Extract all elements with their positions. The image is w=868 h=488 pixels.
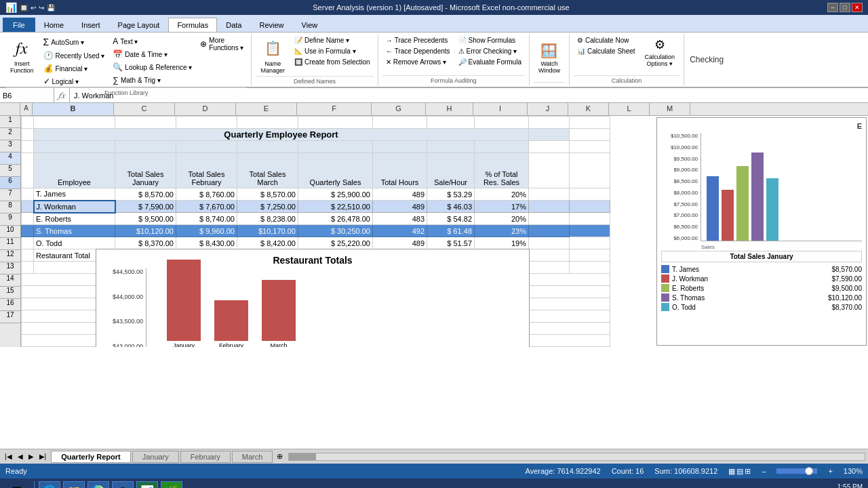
more-functions-btn[interactable]: ⊕MoreFunctions ▾ (197, 35, 247, 53)
tab-prev-btn[interactable]: ◀ (16, 453, 25, 460)
formula-content[interactable]: J. Workman (70, 92, 868, 100)
page-break-btn[interactable]: ⊞ (745, 467, 751, 476)
zoom-thumb[interactable] (805, 467, 813, 475)
cell-b6-selected[interactable]: J. Workman (34, 201, 115, 213)
cell-j9[interactable] (529, 237, 570, 249)
col-d-header[interactable]: D (175, 103, 236, 115)
cell-i8[interactable]: 23% (475, 225, 529, 237)
cell-e9[interactable]: $ 8,420.00 (237, 237, 298, 249)
cell-i6[interactable]: 17% (475, 201, 529, 213)
row-1-header[interactable]: 1 (0, 116, 20, 128)
row-7-header[interactable]: 7 (0, 189, 20, 201)
sheet-tab-january[interactable]: January (132, 451, 179, 463)
add-sheet-btn[interactable]: ⊕ (274, 452, 285, 461)
col-k-header[interactable]: K (568, 103, 609, 115)
row-5-header[interactable]: 5 (0, 165, 20, 177)
cell-g1[interactable] (373, 117, 427, 129)
insert-function-btn[interactable]: 𝑓𝑥 InsertFunction (5, 35, 39, 76)
cell-k3[interactable] (570, 141, 610, 153)
row-10-header[interactable]: 10 (0, 226, 20, 238)
cell-b1[interactable] (34, 117, 115, 129)
tab-review[interactable]: Review (250, 18, 292, 32)
normal-view-btn[interactable]: ▦ (728, 467, 735, 476)
cell-f6[interactable]: $ 22,510.00 (298, 201, 373, 213)
cell-j2[interactable] (529, 129, 570, 141)
name-box[interactable]: B6 (0, 88, 54, 102)
cell-f5[interactable]: $ 25,900.00 (298, 188, 373, 201)
calculation-options-btn[interactable]: ⚙ CalculationOptions ▾ (640, 35, 680, 69)
cell-j4[interactable] (529, 153, 570, 188)
cell-b5[interactable]: T. James (34, 188, 115, 201)
cell-h7[interactable]: $ 54.82 (427, 213, 475, 225)
scrollbar-thumb[interactable] (289, 453, 316, 460)
row-3-header[interactable]: 3 (0, 140, 20, 152)
remove-arrows-btn[interactable]: ✕Remove Arrows ▾ (382, 57, 454, 67)
cell-f7[interactable]: $ 26,478.00 (298, 213, 373, 225)
row-11-header[interactable]: 11 (0, 238, 20, 250)
cell-j1[interactable] (529, 117, 570, 129)
row-13-header[interactable]: 13 (0, 262, 20, 274)
cell-b4-employee[interactable]: Employee (34, 153, 115, 188)
start-btn[interactable]: ⊞ (3, 481, 30, 488)
minimize-btn[interactable]: – (827, 3, 838, 12)
trace-precedents-btn[interactable]: →Trace Precedents (382, 35, 454, 45)
horizontal-scrollbar[interactable] (288, 453, 865, 461)
cell-f3[interactable] (298, 141, 373, 153)
sheet-tab-march[interactable]: March (232, 451, 273, 463)
create-from-selection-btn[interactable]: 🔲Create from Selection (291, 57, 374, 67)
row-6-header[interactable]: 6 (0, 177, 20, 189)
tab-insert[interactable]: Insert (73, 18, 109, 32)
cell-i9[interactable]: 19% (475, 237, 529, 249)
cell-d9[interactable]: $ 8,430.00 (176, 237, 237, 249)
tab-last-btn[interactable]: ▶| (37, 453, 49, 460)
cell-a5[interactable] (22, 188, 34, 201)
taskbar-folder-btn[interactable]: 📁 (63, 481, 85, 488)
cell-k2[interactable] (570, 129, 610, 141)
row-8-header[interactable]: 8 (0, 201, 20, 214)
cell-i1[interactable] (475, 117, 529, 129)
use-in-formula-btn[interactable]: 📐Use in Formula ▾ (291, 46, 374, 56)
cell-j10[interactable] (529, 249, 570, 262)
cell-c7[interactable]: $ 9,500.00 (115, 213, 176, 225)
taskbar-browser-btn[interactable]: 🌐 (39, 481, 60, 488)
cell-j11[interactable] (529, 262, 570, 274)
cell-i5[interactable]: 20% (475, 188, 529, 201)
cell-k1[interactable] (570, 117, 610, 129)
cell-k11[interactable] (570, 262, 610, 274)
cell-k7[interactable] (570, 213, 610, 225)
col-i-header[interactable]: I (473, 103, 528, 115)
evaluate-formula-btn[interactable]: 🔎Evaluate Formula (455, 57, 525, 67)
calculate-sheet-btn[interactable]: 📊Calculate Sheet (574, 46, 639, 56)
cell-f9[interactable]: $ 25,220.00 (298, 237, 373, 249)
cell-k5[interactable] (570, 188, 610, 201)
name-manager-btn[interactable]: 📋 NameManager (256, 35, 290, 76)
cell-a3[interactable] (22, 141, 34, 153)
tab-home[interactable]: Home (35, 18, 73, 32)
col-a-header[interactable]: A (20, 103, 33, 115)
cell-g7[interactable]: 483 (373, 213, 427, 225)
cell-h9[interactable]: $ 51.57 (427, 237, 475, 249)
cell-k6[interactable] (570, 201, 610, 213)
cell-h5[interactable]: $ 53.29 (427, 188, 475, 201)
cell-e3[interactable] (237, 141, 298, 153)
row-4-header[interactable]: 4 (0, 152, 20, 165)
watch-window-btn[interactable]: 🪟 WatchWindow (534, 35, 565, 76)
col-m-header[interactable]: M (650, 103, 690, 115)
trace-dependents-btn[interactable]: ←Trace Dependents (382, 46, 454, 56)
row-12-header[interactable]: 12 (0, 250, 20, 262)
cell-d8[interactable]: $ 9,960.00 (176, 225, 237, 237)
tab-view[interactable]: View (293, 18, 327, 32)
error-checking-btn[interactable]: ⚠Error Checking ▾ (455, 46, 525, 56)
col-h-header[interactable]: H (426, 103, 473, 115)
tab-page-layout[interactable]: Page Layout (109, 18, 169, 32)
show-formulas-btn[interactable]: 📄Show Formulas (455, 35, 525, 45)
cell-j3[interactable] (529, 141, 570, 153)
define-name-btn[interactable]: 📝Define Name ▾ (291, 35, 374, 45)
cell-k9[interactable] (570, 237, 610, 249)
cell-a10[interactable] (22, 249, 34, 262)
cell-i7[interactable]: 20% (475, 213, 529, 225)
col-c-header[interactable]: C (114, 103, 175, 115)
cell-g9[interactable]: 489 (373, 237, 427, 249)
col-f-header[interactable]: F (297, 103, 372, 115)
cell-d7[interactable]: $ 8,740.00 (176, 213, 237, 225)
